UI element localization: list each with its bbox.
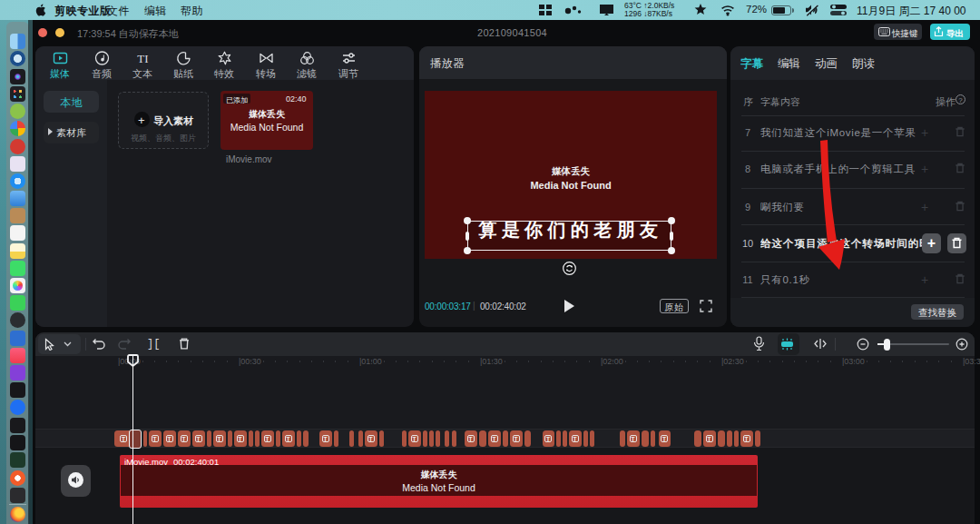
svg-text:TI: TI (137, 52, 148, 65)
